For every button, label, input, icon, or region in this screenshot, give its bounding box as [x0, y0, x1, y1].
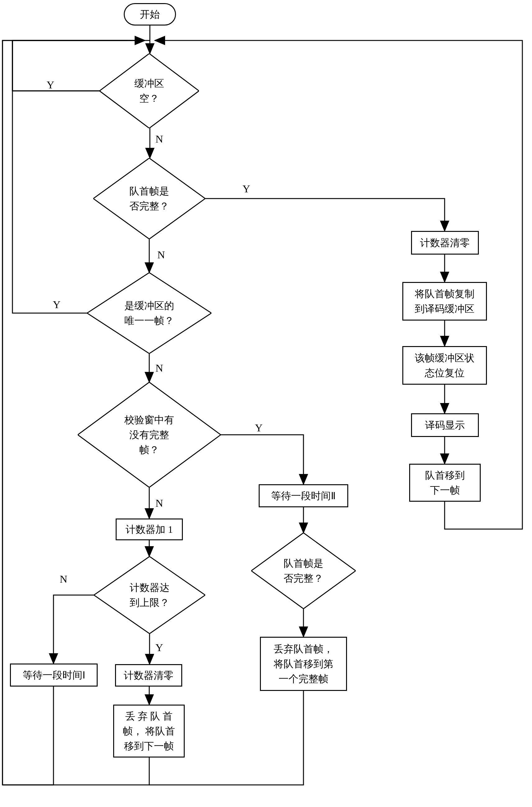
label-d4-y: Y [255, 422, 263, 434]
label-d2-y: Y [243, 183, 250, 195]
label-d3-y: Y [53, 299, 61, 311]
process-reset: 该帧缓冲区状 态位复位 [402, 346, 487, 385]
process-wait-1: 等待一段时间Ⅰ [10, 663, 98, 686]
start-node: 开始 [124, 3, 176, 25]
process-move: 队首移到 下一帧 [409, 464, 481, 502]
label-d1-n: N [155, 133, 163, 145]
process-copy: 将队首帧复制 到译码缓冲区 [402, 282, 487, 320]
process-clear-2: 计数器清零 [411, 231, 479, 255]
decision-head-complete: 队首帧是 否完整？ [93, 158, 205, 239]
label-d5-n: N [60, 573, 68, 585]
label-d1-y: Y [46, 79, 54, 91]
decision-window-complete: 校验窗中有 没有完整 帧？ [78, 382, 221, 488]
decision-only-frame: 是缓冲区的 唯一一帧？ [87, 273, 211, 353]
process-discard-1: 丢 弃 队 首 帧， 将队首 移到下一帧 [113, 704, 185, 757]
process-decode: 译码显示 [411, 413, 479, 437]
process-counter-inc: 计数器加 1 [116, 518, 183, 540]
process-clear-1: 计数器清零 [115, 664, 182, 686]
process-wait-2: 等待一段时间Ⅱ [259, 484, 348, 507]
label-d3-n: N [155, 362, 163, 374]
label-d4-n: N [155, 497, 163, 509]
decision-d6: 队首帧是 否完整？ [251, 533, 356, 609]
process-discard-2: 丢弃队首帧， 将队首移到第 一个完整帧 [260, 637, 347, 691]
label-d5-y: Y [155, 642, 163, 654]
decision-counter-max: 计数器达 到上限？ [94, 556, 205, 634]
decision-buffer-empty: 缓冲区 空？ [99, 54, 199, 128]
label-d2-n: N [157, 249, 165, 261]
